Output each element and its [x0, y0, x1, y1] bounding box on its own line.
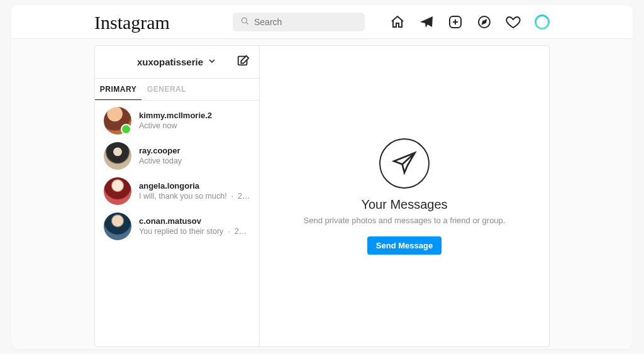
- dm-frame: xuxopatisserie PRIMARY GENERAL: [94, 45, 550, 347]
- empty-title: Your Messages: [361, 197, 447, 212]
- send-icon-circle: [379, 138, 430, 189]
- svg-line-1: [247, 22, 248, 24]
- avatar: [104, 213, 131, 240]
- activity-icon[interactable]: [506, 14, 521, 30]
- thread-name: ray.cooper: [139, 145, 182, 157]
- search-icon: [240, 16, 249, 28]
- dm-sidebar: xuxopatisserie PRIMARY GENERAL: [95, 46, 260, 346]
- thread-sub: You replied to their story · 211w: [139, 226, 250, 237]
- dm-body: xuxopatisserie PRIMARY GENERAL: [11, 39, 633, 349]
- thread-item[interactable]: angela.longoria I will, thank you so muc…: [95, 174, 259, 209]
- threads-list: kimmy.mcllmorie.2 Active now ray.cooper …: [95, 101, 259, 346]
- thread-item[interactable]: ray.cooper Active today: [95, 138, 259, 174]
- search-field[interactable]: [233, 13, 365, 31]
- thread-sub: Active now: [139, 121, 212, 131]
- home-icon[interactable]: [390, 14, 405, 30]
- chevron-down-icon: [207, 56, 217, 68]
- new-post-icon[interactable]: [448, 14, 463, 30]
- thread-sub: Active today: [139, 156, 182, 167]
- avatar: [104, 142, 131, 170]
- nav-icon-group: [390, 14, 550, 30]
- messenger-icon[interactable]: [419, 14, 434, 30]
- avatar: [104, 107, 131, 135]
- empty-subtitle: Send private photos and messages to a fr…: [304, 216, 506, 225]
- paper-plane-icon: [392, 150, 417, 177]
- thread-sub: I will, thank you so much! · 210w: [139, 191, 250, 202]
- sidebar-header: xuxopatisserie: [95, 46, 259, 79]
- search-input[interactable]: [254, 17, 357, 27]
- top-nav: Instagram: [11, 5, 633, 39]
- svg-marker-6: [482, 20, 486, 24]
- thread-name: c.onan.matusov: [139, 216, 250, 227]
- explore-icon[interactable]: [477, 14, 492, 30]
- thread-name: kimmy.mcllmorie.2: [139, 110, 212, 121]
- send-message-button[interactable]: Send Message: [367, 236, 441, 255]
- thread-item[interactable]: c.onan.matusov You replied to their stor…: [95, 209, 259, 244]
- compose-button[interactable]: [236, 54, 250, 70]
- account-name: xuxopatisserie: [137, 57, 203, 67]
- empty-state: Your Messages Send private photos and me…: [260, 46, 549, 346]
- account-switcher[interactable]: xuxopatisserie: [137, 56, 217, 68]
- tab-primary[interactable]: PRIMARY: [95, 79, 142, 100]
- instagram-logo[interactable]: Instagram: [94, 12, 170, 33]
- thread-item[interactable]: kimmy.mcllmorie.2 Active now: [95, 101, 259, 138]
- tab-general[interactable]: GENERAL: [142, 79, 192, 100]
- profile-avatar[interactable]: [535, 14, 550, 30]
- avatar: [104, 177, 131, 205]
- inbox-tabs: PRIMARY GENERAL: [95, 79, 259, 101]
- app-frame: Instagram: [11, 5, 633, 349]
- thread-name: angela.longoria: [139, 180, 250, 192]
